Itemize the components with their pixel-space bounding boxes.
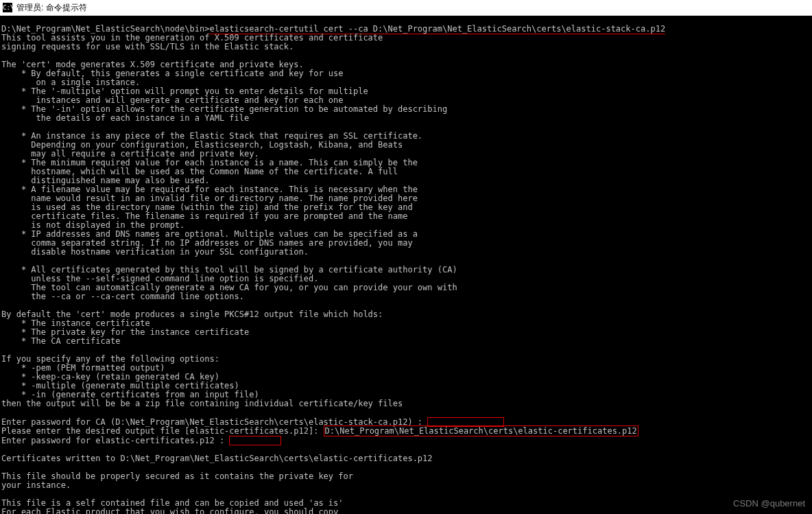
- output-line: then the output will be be a zip file co…: [1, 399, 811, 408]
- output-file-highlight: D:\Net_Program\Net_ElasticSearch\certs\e…: [324, 425, 638, 436]
- terminal-output[interactable]: D:\Net_Program\Net_ElasticSearch\node\bi…: [0, 16, 812, 514]
- output-line: disable hostname verification in your SS…: [1, 248, 811, 257]
- output-line: For each Elastic product that you wish t…: [1, 508, 811, 514]
- output-line: * The private key for the instance certi…: [1, 328, 811, 337]
- output-line: Certificates written to D:\Net_Program\N…: [1, 454, 811, 463]
- window-titlebar: C:\ 管理员: 命令提示符: [0, 0, 812, 16]
- p12-password-prompt: Enter password for elastic-certificates.…: [1, 436, 811, 445]
- output-line: This file should be properly secured as …: [1, 472, 811, 481]
- output-line: signing requests for use with SSL/TLS in…: [1, 43, 811, 51]
- output-line: your instance.: [1, 481, 811, 490]
- output-line: the --ca or --ca-cert command line optio…: [1, 292, 811, 301]
- output-file-prompt: Please enter the desired output file [el…: [1, 427, 811, 436]
- output-line: [1, 408, 811, 417]
- cmd-icon: C:\: [3, 3, 12, 12]
- output-line: * The CA certificate: [1, 337, 811, 346]
- window-title: 管理员: 命令提示符: [16, 2, 87, 14]
- output-line: the details of each instance in a YAML f…: [1, 114, 811, 123]
- prompt-path: D:\Net_Program\Net_ElasticSearch\node\bi…: [1, 24, 209, 34]
- p12-password-highlight: [229, 436, 281, 445]
